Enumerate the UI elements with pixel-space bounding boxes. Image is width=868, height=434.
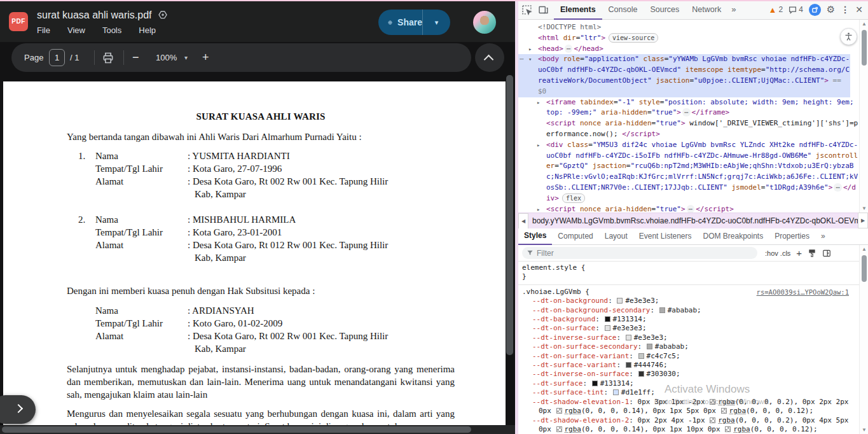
css-property[interactable]: --dt-shadow-elevation-2: 0px 2px 4px -1p… [522,416,859,434]
zoom-out-button[interactable]: − [132,43,139,72]
css-property[interactable]: --dt-surface-tint: #d1e1ff; [522,388,859,397]
color-swatch[interactable] [605,325,610,331]
menu-help[interactable]: Help [139,25,156,35]
rendering-emulation-icon[interactable] [808,249,816,258]
tab-sources[interactable]: Sources [644,0,685,20]
matched-rule-selector[interactable]: .vhoiae.LgGVmb { rs=AO0039si…YPOoW2Qaw:1 [522,288,859,297]
css-property[interactable]: --dt-on-background: #e3e3e3; [522,297,859,305]
zoom-in-button[interactable]: + [202,43,209,72]
dom-node[interactable]: ⋯▾<body role="application" class="yYWAMb… [518,54,850,97]
share-button[interactable]: Share ▾ [378,10,450,35]
elements-scrollbar-thumb[interactable] [862,30,867,66]
share-main[interactable]: Share [378,17,422,28]
tab-layout[interactable]: Layout [599,228,633,244]
css-property[interactable]: --dt-surface-variant: #444746; [522,361,859,370]
open-side-panel-button[interactable] [0,395,36,424]
breadcrumb-right-icon[interactable]: ▶ [858,213,868,228]
css-property[interactable]: --dt-surface: #131314; [522,379,859,388]
collapsed-content-icon[interactable]: ⋯ [834,183,842,192]
css-property[interactable]: --dt-background: #131314; [522,315,859,324]
scroll-down-icon[interactable]: ▼ [860,427,868,433]
tab-styles[interactable]: Styles [518,228,552,245]
color-swatch[interactable] [710,417,715,423]
dom-node[interactable]: ▸<head>⋯</head> [518,44,859,55]
tab-network[interactable]: Network [685,0,727,20]
element-style-rule[interactable]: element.style { [522,263,859,272]
badge-view-source[interactable]: view-source [609,33,658,43]
expander-right-icon[interactable]: ▸ [537,140,540,151]
expander-right-icon[interactable]: ▸ [537,97,540,108]
dom-node[interactable]: <html dir="ltr">view-source [518,33,859,44]
dom-node[interactable]: ▸<iframe tabindex="-1" style="position: … [518,97,859,119]
styles-scrollbar[interactable]: ▲ ▼ [859,245,868,434]
css-property[interactable]: --dt-on-background-secondary: #ababab; [522,306,859,315]
tab-elements[interactable]: Elements [554,0,602,20]
css-property[interactable]: --dt-inverse-surface: #e3e3e3; [522,333,859,342]
color-swatch[interactable] [710,399,715,405]
color-swatch[interactable] [556,426,562,432]
devtools-menu-icon[interactable]: ⋮ [841,4,850,15]
print-button[interactable] [102,43,114,72]
computed-panel-icon[interactable] [822,249,831,258]
color-swatch[interactable] [613,389,619,395]
tab-console[interactable]: Console [602,0,644,20]
badge-flex[interactable]: flex [562,193,585,203]
css-property[interactable]: --dt-inverse-on-surface: #303030; [522,370,859,379]
color-swatch[interactable] [605,316,610,322]
scroll-down-icon[interactable]: ▼ [860,206,868,211]
add-shortcut-to-drive-icon[interactable] [158,10,168,20]
css-property[interactable]: --dt-on-surface-secondary: #ababab; [522,342,859,351]
tab-event-listeners[interactable]: Event Listeners [633,228,698,244]
collapsed-content-icon[interactable]: ⋯ [687,205,695,213]
css-property[interactable]: --dt-on-surface-variant: #c4c7c5; [522,352,859,361]
vertical-scrollbar-thumb[interactable] [506,75,513,355]
user-avatar[interactable] [473,11,496,34]
expander-down-icon[interactable]: ▾ [528,54,532,65]
css-property[interactable]: --dt-on-surface: #e3e3e3; [522,324,859,333]
breadcrumb[interactable]: body.yYWAMb.LgGVmb.bvmRsc.vhoiae.ndfHFb-… [528,216,868,225]
tab-computed[interactable]: Computed [552,228,598,244]
collapse-toolbar-button[interactable] [475,43,504,72]
zoom-caret-icon[interactable]: ▾ [184,43,188,72]
menu-tools[interactable]: Tools [102,25,121,35]
color-swatch[interactable] [617,298,623,304]
elements-scrollbar[interactable]: ▲ ▼ [859,20,868,213]
new-style-rule-icon[interactable]: + [796,248,802,258]
expander-right-icon[interactable]: ▸ [537,204,540,213]
warnings-badge[interactable]: ▲ 2 [769,5,783,15]
dom-node[interactable]: ▸<script nonce aria-hidden="true">⋯</scr… [518,204,859,213]
dom-node[interactable]: <!DOCTYPE html> [518,22,859,33]
menu-view[interactable]: View [67,25,85,35]
styles-filter-input[interactable]: Filter [522,247,757,259]
menu-file[interactable]: File [37,25,50,35]
expander-right-icon[interactable]: ▸ [528,44,532,55]
settings-gear-icon[interactable]: ⚙ [827,4,835,15]
scroll-up-icon[interactable]: ▲ [860,21,868,27]
tab-properties[interactable]: Properties [769,228,815,244]
zoom-level[interactable]: 100% [156,43,177,72]
color-swatch[interactable] [638,371,644,377]
tab-dom-breakpoints[interactable]: DOM Breakpoints [697,228,769,244]
css-property[interactable]: --dt-shadow-elevation-1: 0px 3px 1px -2p… [522,398,859,416]
more-tabs-button[interactable]: » [727,0,740,19]
collapsed-content-icon[interactable]: ⋯ [565,45,573,53]
issues-badge[interactable]: 4 [789,5,803,14]
color-swatch[interactable] [659,307,665,313]
scroll-up-icon[interactable]: ▲ [860,246,868,252]
page-number-input[interactable]: 1 [49,49,65,66]
color-swatch[interactable] [556,408,562,414]
color-swatch[interactable] [638,353,644,359]
color-swatch[interactable] [725,426,731,432]
inspect-element-icon[interactable] [518,1,535,18]
stylesheet-source-link[interactable]: rs=AO0039si…YPOoW2Qaw:1 [757,288,849,297]
horizontal-scrollbar-thumb[interactable] [2,426,471,433]
panel-divider[interactable] [515,0,518,434]
dom-node[interactable]: ▸<div class="YM5U3 dif24c vhoiae LgGVmb … [518,140,859,204]
more-style-tabs-button[interactable]: » [815,228,831,244]
breadcrumb-left-icon[interactable]: ◀ [518,213,528,229]
color-swatch[interactable] [592,381,598,386]
dom-node[interactable]: <script nonce aria-hidden="true"> window… [518,118,859,140]
color-swatch[interactable] [647,344,652,349]
device-toolbar-icon[interactable] [535,1,551,18]
device-mode-round-icon[interactable] [809,4,821,16]
